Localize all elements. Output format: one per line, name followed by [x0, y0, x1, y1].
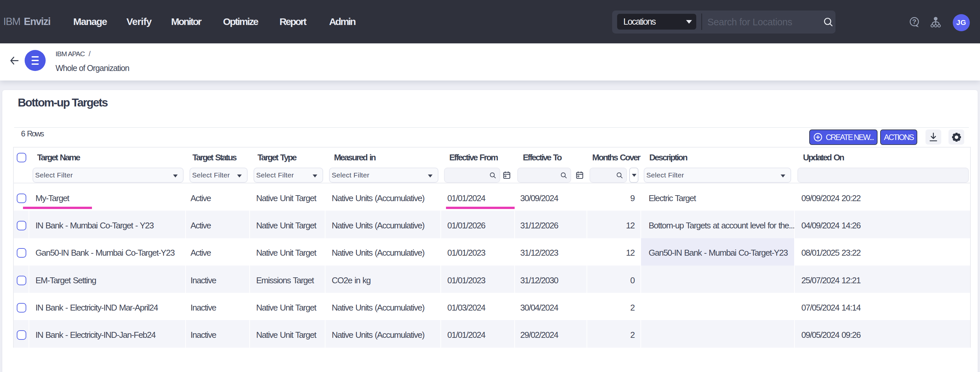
svg-text:?: ? — [912, 18, 916, 25]
